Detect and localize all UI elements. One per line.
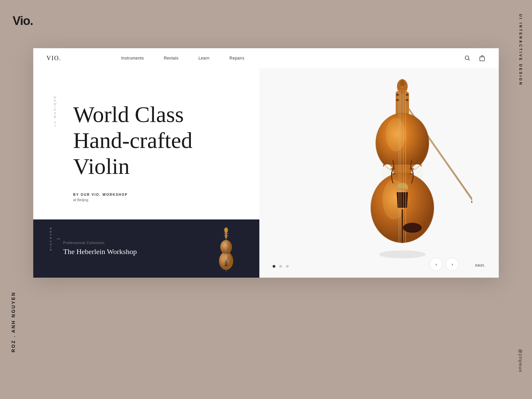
tagline-label: UI INTERACTIVE DESIGN xyxy=(519,14,523,86)
next-button[interactable]: › xyxy=(446,258,459,271)
svg-point-5 xyxy=(224,232,225,234)
panel-violin xyxy=(213,226,239,278)
nav-instruments[interactable]: Instruments xyxy=(121,56,144,61)
side-text-la-musique: LA MUSIQUE xyxy=(53,95,57,126)
search-icon[interactable] xyxy=(464,55,471,62)
svg-point-7 xyxy=(224,235,225,236)
svg-point-8 xyxy=(227,235,228,236)
prev-button[interactable]: ‹ xyxy=(430,258,443,271)
svg-point-54 xyxy=(379,250,426,258)
svg-line-1 xyxy=(468,59,470,61)
bottom-panel: DISCOVER ↓ Professional Collection The H… xyxy=(33,219,259,278)
dot-2[interactable] xyxy=(279,265,282,268)
nav-rentals[interactable]: Rentals xyxy=(164,56,179,61)
nav-logo[interactable]: VIO. xyxy=(47,55,62,62)
subtitle-loc: at Beijing xyxy=(73,198,239,202)
cart-icon[interactable] xyxy=(479,55,485,62)
dot-3[interactable] xyxy=(286,265,289,268)
svg-rect-2 xyxy=(480,57,484,61)
pagination-dots xyxy=(273,265,289,268)
website-card: VIO. Instruments Rentals Learn Repairs xyxy=(33,48,499,278)
hero-title: World Class Hand-crafted Violin xyxy=(73,101,239,180)
hero-subtitle: BY OUR VIO. WORKSHOP at Beijing xyxy=(73,193,239,202)
hero-section: LA MUSIQUE World Class Hand-crafted Viol… xyxy=(33,68,499,278)
navigation: VIO. Instruments Rentals Learn Repairs xyxy=(33,48,499,68)
violin-container xyxy=(332,62,472,278)
svg-point-53 xyxy=(404,223,421,231)
nav-arrows: ‹ › xyxy=(430,258,459,271)
nav-icons xyxy=(464,55,485,62)
svg-point-27 xyxy=(400,80,405,86)
brand-logo-side: Vio. xyxy=(13,14,33,28)
subtitle-by: BY OUR VIO. WORKSHOP xyxy=(73,193,239,197)
hero-left: LA MUSIQUE World Class Hand-crafted Viol… xyxy=(33,68,259,278)
author-label: ROZ . ANH NGUYEN xyxy=(11,292,16,352)
svg-rect-47 xyxy=(402,209,403,241)
nav-repairs[interactable]: Repairs xyxy=(229,56,244,61)
hero-right: ‹ › next. xyxy=(259,68,499,278)
discover-label: DISCOVER ↓ xyxy=(49,226,61,251)
svg-point-18 xyxy=(219,252,233,270)
svg-point-0 xyxy=(465,56,469,60)
handle-label: @jillymun xyxy=(518,349,523,372)
nav-links: Instruments Rentals Learn Repairs xyxy=(121,56,465,61)
nav-learn[interactable]: Learn xyxy=(199,56,209,61)
svg-point-6 xyxy=(227,232,228,234)
dot-1[interactable] xyxy=(273,265,275,268)
svg-point-39 xyxy=(386,118,406,151)
next-label: next. xyxy=(475,263,485,268)
